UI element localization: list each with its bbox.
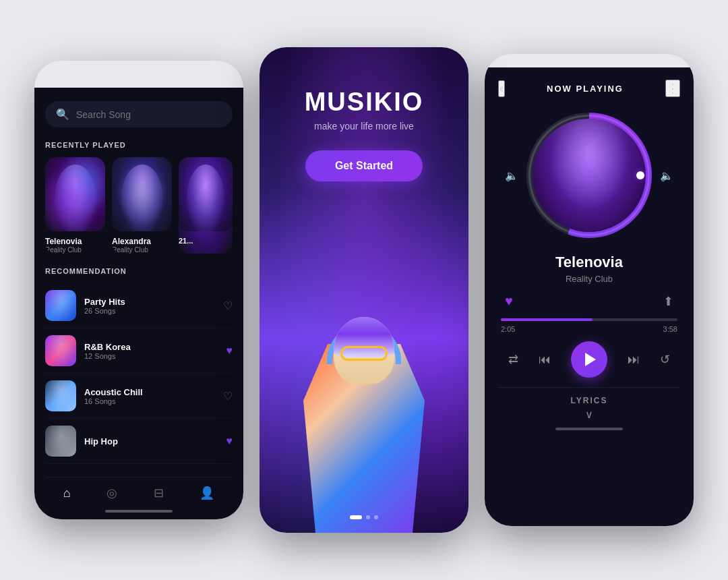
shuffle-button[interactable]: ⇄ [508,352,518,367]
song-title: Telenovia [498,254,680,271]
heart-button[interactable]: ♡ [223,299,233,312]
rec-songs: 12 Songs [84,352,218,360]
rec-songs: 16 Songs [84,397,215,405]
album-art [533,119,646,232]
player-controls: ⇄ ⏮ ⏭ ↺ [498,336,680,387]
album-art-container: 🔈 🔈 [498,108,680,243]
total-time: 3:58 [663,325,677,333]
hero-illustration [290,277,438,533]
rp-card-partial[interactable]: 21... [179,157,233,254]
rec-info: Hip Hop [84,436,218,446]
rp-card-artist: Reality Club [45,246,105,254]
rp-card-title: Telenovia [45,237,105,246]
share-button[interactable]: ⬆ [663,294,673,309]
progress-fill [501,318,593,321]
back-button[interactable]: ‹ [498,80,505,97]
bottom-nav: ⌂ ◎ ⊟ 👤 [45,477,233,506]
lyrics-section: LYRICS ∨ [498,387,680,421]
rec-thumb [45,380,76,411]
now-playing-title: NOW PLAYING [547,84,624,94]
song-actions: ♥ ⬆ [498,293,680,309]
recommendation-label: RECOMMENDATION [45,267,233,275]
recently-played-label: RECENTLY PLAYED [45,141,233,149]
page-dots [350,515,378,519]
rec-item-party-hits[interactable]: Party Hits 26 Songs ♡ [45,283,233,328]
now-playing-header: ‹ NOW PLAYING ⋮ [498,80,680,97]
girl-glasses [340,346,388,361]
rp-card-alexandra[interactable]: Alexandra Reality Club [112,157,172,254]
repeat-button[interactable]: ↺ [660,352,670,367]
nav-library-icon[interactable]: ⊟ [154,486,164,500]
rec-title: Party Hits [84,297,215,307]
current-time: 2:05 [501,325,515,333]
rec-info: Party Hits 26 Songs [84,297,215,315]
rec-title: R&B Korea [84,342,218,352]
prev-button[interactable]: ⏮ [539,353,551,367]
rp-card-telenovia[interactable]: Telenovia Reality Club [45,157,105,254]
play-icon [585,353,596,366]
lyrics-label: LYRICS [498,396,680,405]
rp-card-artist: Reality Club [112,246,172,254]
album-art-figure [533,119,646,232]
get-started-button[interactable]: Get Started [305,150,423,181]
rec-title: Hip Hop [84,436,218,446]
dot-3[interactable] [374,515,378,519]
rec-title: Acoustic Chill [84,387,215,397]
volume-high-icon[interactable]: 🔈 [660,169,673,182]
song-info: Telenovia Reality Club [498,254,680,284]
recently-played-section: Telenovia Reality Club Alexandra Reality… [45,157,233,254]
rec-info: R&B Korea 12 Songs [84,342,218,360]
rec-item-acoustic[interactable]: Acoustic Chill 16 Songs ♡ [45,374,233,419]
more-options-button[interactable]: ⋮ [665,80,680,97]
next-button[interactable]: ⏭ [628,353,640,367]
phone-2: MUSIKIO make your life more live Get Sta… [260,47,468,533]
rec-songs: 26 Songs [84,307,215,315]
search-input[interactable] [76,109,222,120]
search-bar[interactable]: 🔍 [45,101,233,127]
progress-times: 2:05 3:58 [501,325,677,333]
rec-thumb [45,426,76,457]
rp-card-num: 21... [179,237,233,245]
dot-1[interactable] [350,515,362,519]
app-title: MUSIKIO [305,88,424,117]
rec-item-hiphop[interactable]: Hip Hop ♥ [45,419,233,464]
nav-profile-icon[interactable]: 👤 [200,486,214,500]
rp-card-title: Alexandra [112,237,172,246]
progress-dot [636,171,644,179]
phone-3: ‹ NOW PLAYING ⋮ 🔈 🔈 Telenovia Reality Cl… [485,54,694,526]
app-subtitle: make your life more live [314,121,414,132]
home-indicator [105,510,173,513]
album-art-ring [528,115,650,236]
nav-discover-icon[interactable]: ◎ [107,486,117,500]
home-indicator [555,428,623,430]
rec-thumb [45,335,76,366]
search-icon: 🔍 [56,108,69,121]
rec-info: Acoustic Chill 16 Songs [84,387,215,405]
dot-2[interactable] [366,515,370,519]
nav-home-icon[interactable]: ⌂ [63,486,71,500]
volume-low-icon[interactable]: 🔈 [505,169,518,182]
progress-bar[interactable] [501,318,677,321]
heart-button[interactable]: ♡ [223,390,233,403]
play-pause-button[interactable] [571,341,607,378]
song-artist: Reality Club [498,274,680,284]
heart-button[interactable]: ♥ [226,435,233,447]
rec-item-rnb[interactable]: R&B Korea 12 Songs ♥ [45,328,233,374]
lyrics-expand-button[interactable]: ∨ [498,408,680,421]
recommendation-list: Party Hits 26 Songs ♡ R&B Korea 12 Songs… [45,283,233,464]
rec-thumb [45,290,76,321]
like-button[interactable]: ♥ [505,293,513,309]
progress-area: 2:05 3:58 [498,318,680,333]
phone-1: 🔍 RECENTLY PLAYED Telenovia Reality Club… [34,61,243,519]
heart-button[interactable]: ♥ [226,345,233,357]
